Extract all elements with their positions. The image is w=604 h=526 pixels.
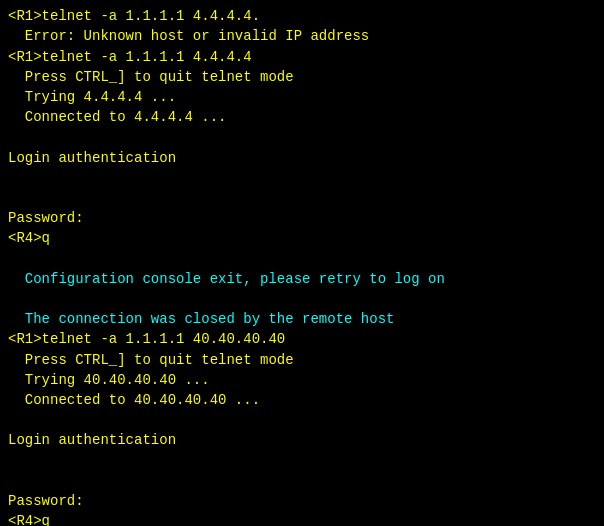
terminal-line: Password: xyxy=(8,208,596,228)
terminal-line: The connection was closed by the remote … xyxy=(8,309,596,329)
terminal-line: Login authentication xyxy=(8,148,596,168)
terminal-line: Press CTRL_] to quit telnet mode xyxy=(8,67,596,87)
terminal-line: <R4>q xyxy=(8,228,596,248)
terminal-line: Connected to 40.40.40.40 ... xyxy=(8,390,596,410)
blank-line xyxy=(8,471,596,491)
terminal-line: Trying 4.4.4.4 ... xyxy=(8,87,596,107)
terminal-line: Login authentication xyxy=(8,430,596,450)
terminal-line: <R1>telnet -a 1.1.1.1 4.4.4.4 xyxy=(8,47,596,67)
blank-line xyxy=(8,410,596,430)
terminal-line: Press CTRL_] to quit telnet mode xyxy=(8,350,596,370)
terminal-line: <R1>telnet -a 1.1.1.1 4.4.4.4. xyxy=(8,6,596,26)
blank-line xyxy=(8,289,596,309)
terminal-line: <R1>telnet -a 1.1.1.1 40.40.40.40 xyxy=(8,329,596,349)
terminal-line: <R4>q xyxy=(8,511,596,526)
terminal-line: Error: Unknown host or invalid IP addres… xyxy=(8,26,596,46)
blank-line xyxy=(8,451,596,471)
blank-line xyxy=(8,168,596,188)
terminal-line: Configuration console exit, please retry… xyxy=(8,269,596,289)
terminal-line: Trying 40.40.40.40 ... xyxy=(8,370,596,390)
blank-line xyxy=(8,128,596,148)
terminal-window: <R1>telnet -a 1.1.1.1 4.4.4.4. Error: Un… xyxy=(0,0,604,526)
terminal-line: Password: xyxy=(8,491,596,511)
blank-line xyxy=(8,188,596,208)
blank-line xyxy=(8,249,596,269)
terminal-line: Connected to 4.4.4.4 ... xyxy=(8,107,596,127)
